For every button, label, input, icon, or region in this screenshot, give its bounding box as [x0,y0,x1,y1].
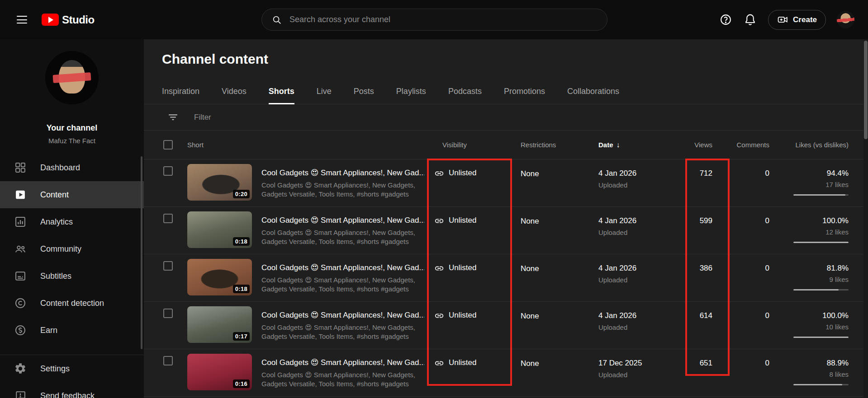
page-scrollbar-thumb[interactable] [864,41,868,139]
sidebar-item-label: Settings [40,364,70,374]
views-value: 614 [671,302,715,320]
date-sub: Uploaded [598,276,671,284]
row-checkbox[interactable] [163,309,173,318]
comments-value: 0 [715,349,772,368]
account-avatar[interactable] [837,11,854,28]
row-checkbox[interactable] [163,166,173,176]
help-button[interactable] [719,13,733,27]
link-icon [434,169,444,178]
row-checkbox[interactable] [163,214,173,223]
create-button[interactable]: Create [768,10,826,30]
link-icon [434,263,444,273]
short-description-line: Gadgets Versatile, Tools Items, #shorts … [261,379,424,389]
sidebar-item-label: Subtitles [40,272,71,281]
notifications-button[interactable] [744,13,757,27]
column-header-date[interactable]: Date ↓ [598,141,671,149]
views-value: 712 [671,159,715,178]
sidebar-item-dashboard[interactable]: Dashboard [0,154,144,181]
short-thumbnail[interactable]: 0:18 [187,211,252,248]
sidebar-item-subtitles[interactable]: Subtitles [0,262,144,290]
short-title[interactable]: Cool Gadgets 😍 Smart Appliances!, New Ga… [261,358,424,367]
row-checkbox[interactable] [163,261,173,271]
sidebar-item-earn[interactable]: Earn [0,317,144,344]
visibility-value[interactable]: Unlisted [449,311,476,320]
tab-podcasts[interactable]: Podcasts [448,79,482,104]
short-thumbnail[interactable]: 0:18 [187,259,252,295]
search-input[interactable] [289,15,597,24]
visibility-value[interactable]: Unlisted [449,263,476,272]
tab-collaborations[interactable]: Collaborations [567,79,619,104]
table-row: 0:18 Cool Gadgets 😍 Smart Appliances!, N… [144,207,868,254]
short-thumbnail[interactable]: 0:16 [187,354,252,390]
date-value: 4 Jan 2026 [598,216,671,225]
tab-promotions[interactable]: Promotions [504,79,545,104]
filter-icon [167,112,179,123]
tab-inspiration[interactable]: Inspiration [162,79,199,104]
tab-posts[interactable]: Posts [354,79,374,104]
link-icon [434,311,444,321]
row-checkbox[interactable] [163,356,173,365]
channel-avatar[interactable] [45,51,99,104]
sidebar: Your channel Mafuz The Fact Dashboard Co… [0,39,144,398]
channel-search-bar[interactable] [261,9,607,31]
sidebar-item-settings[interactable]: Settings [0,355,144,382]
restrictions-value: None [519,302,598,321]
sidebar-scrollbar[interactable] [141,156,142,349]
short-title[interactable]: Cool Gadgets 😍 Smart Appliances!, New Ga… [261,263,424,272]
likes-percent: 81.8% [772,264,849,273]
duration-badge: 0:17 [233,332,250,341]
comments-value: 0 [715,254,772,273]
short-title[interactable]: Cool Gadgets 😍 Smart Appliances!, New Ga… [261,310,424,320]
likes-ratio-bar [793,242,849,243]
tab-shorts[interactable]: Shorts [269,79,294,104]
sidebar-item-content-detection[interactable]: Content detection [0,290,144,317]
likes-count: 8 likes [772,370,849,378]
views-value: 651 [671,349,715,368]
create-button-label: Create [793,15,817,24]
studio-logo[interactable]: Studio [42,14,95,26]
sidebar-item-label: Content detection [40,299,104,308]
sidebar-item-send-feedback[interactable]: Send feedback [0,382,144,398]
filter-bar[interactable]: Filter [144,104,868,131]
likes-percent: 100.0% [772,216,849,225]
youtube-studio-app: Studio Create Your chann [0,0,868,398]
tab-videos[interactable]: Videos [222,79,247,104]
earn-icon [14,324,27,337]
short-thumbnail[interactable]: 0:17 [187,306,252,343]
filter-input[interactable]: Filter [194,113,211,122]
column-header-likes: Likes (vs dislikes) [772,141,859,149]
sidebar-item-content[interactable]: Content [0,181,144,208]
sidebar-item-analytics[interactable]: Analytics [0,208,144,235]
short-title[interactable]: Cool Gadgets 😍 Smart Appliances!, New Ga… [261,215,424,225]
content-tabs: Inspiration Videos Shorts Live Posts Pla… [144,79,868,104]
subtitles-icon [14,270,27,282]
duration-badge: 0:16 [233,379,250,388]
short-title[interactable]: Cool Gadgets 😍 Smart Appliances!, New Ga… [261,168,424,178]
column-header-short: Short [187,141,427,149]
visibility-value[interactable]: Unlisted [449,216,476,225]
copyright-icon [14,297,27,309]
visibility-value[interactable]: Unlisted [449,358,476,367]
short-thumbnail[interactable]: 0:20 [187,164,252,201]
sidebar-item-label: Dashboard [40,163,80,173]
bell-icon [744,13,757,26]
feedback-icon [14,389,27,398]
short-description-line: Cool Gadgets 😍 Smart Appliances!, New Ga… [261,228,424,237]
channel-label: Your channel [0,123,144,133]
menu-button[interactable] [11,9,33,31]
visibility-value[interactable]: Unlisted [449,169,476,178]
likes-percent: 100.0% [772,311,849,320]
tab-live[interactable]: Live [317,79,332,104]
date-sub: Uploaded [598,181,671,189]
channel-block: Your channel Mafuz The Fact [0,39,144,145]
sidebar-item-label: Content [40,190,69,200]
likes-count: 17 likes [772,181,849,188]
duration-badge: 0:18 [233,285,250,293]
date-sub: Uploaded [598,323,671,331]
tab-playlists[interactable]: Playlists [396,79,426,104]
date-sub: Uploaded [598,229,671,236]
sidebar-item-community[interactable]: Community [0,235,144,262]
page-title: Channel content [144,39,868,79]
date-value: 4 Jan 2026 [598,311,671,320]
select-all-checkbox[interactable] [163,140,173,150]
